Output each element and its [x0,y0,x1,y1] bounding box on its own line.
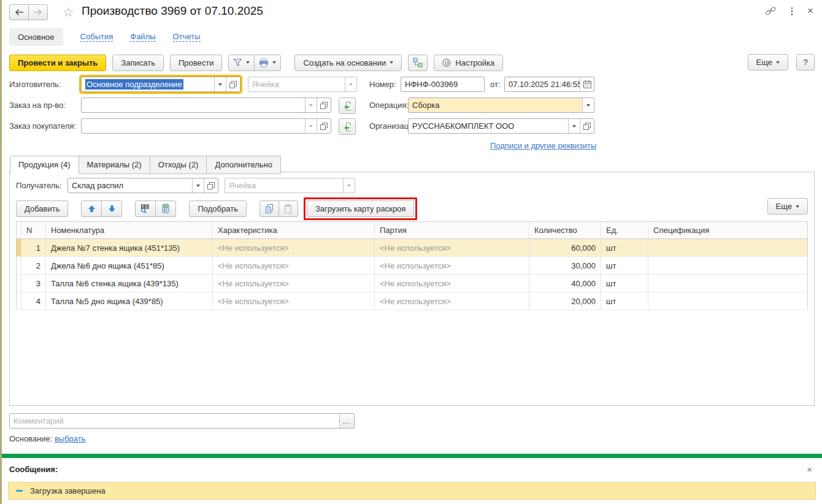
help-button[interactable]: ? [796,54,815,71]
cell-unit[interactable]: шт [601,239,648,257]
col-batch[interactable]: Партия [375,222,529,239]
tab-events[interactable]: События [80,32,113,42]
cell-qty[interactable]: 20,000 [529,292,601,310]
fill-from-production-order-button[interactable] [339,97,356,114]
cell-characteristic[interactable]: <Не используется> [213,292,375,310]
fill-from-customer-order-button[interactable] [339,118,356,135]
production-order-open-icon[interactable] [317,98,331,112]
manufacturer-cell-combo[interactable]: Ячейка [248,77,357,92]
link-icon[interactable] [765,6,777,16]
operation-dropdown-icon[interactable] [582,98,594,112]
table-row[interactable]: 2 Джела №6 дно ящика (451*85) <Не исполь… [17,257,808,275]
production-order-combo[interactable] [81,97,331,113]
favorite-star-icon[interactable]: ☆ [63,5,74,20]
cell-characteristic[interactable]: <Не используется> [213,239,375,257]
table-row[interactable]: 4 Талла №5 дно ящика (439*85) <Не исполь… [17,292,808,310]
customer-order-dropdown-icon[interactable] [305,119,317,133]
table-row[interactable]: 3 Талла №6 стенка ящика (439*135) <Не ис… [17,275,808,292]
cell-batch[interactable]: <Не используется> [375,257,529,275]
cell-characteristic[interactable]: <Не используется> [213,275,375,292]
cell-batch[interactable]: <Не используется> [375,239,529,257]
comment-expand-button[interactable]: ... [339,414,354,428]
filter-button[interactable] [228,55,255,71]
receiver-open-icon[interactable] [204,178,218,193]
pick-button[interactable]: Подобрать [189,200,246,217]
signatures-link[interactable]: Подписи и другие реквизиты [490,141,596,150]
data-terminal-button[interactable] [155,200,176,217]
receiver-dropdown-icon[interactable] [192,178,204,193]
col-qty[interactable]: Количество [529,222,601,239]
col-n[interactable]: N [21,222,46,239]
col-characteristic[interactable]: Характеристика [213,222,375,239]
settings-button[interactable]: Настройка [434,55,503,71]
barcode-scan-button[interactable] [135,200,156,217]
cell-qty[interactable]: 60,000 [529,239,601,257]
tab-materials[interactable]: Материалы (2) [79,156,150,174]
move-up-button[interactable] [81,200,102,217]
calendar-icon[interactable] [580,77,594,91]
customer-order-open-icon[interactable] [317,119,331,133]
related-documents-button[interactable] [408,55,428,71]
move-down-button[interactable] [101,200,122,217]
create-based-on-button[interactable]: Создать на основании [294,55,402,71]
receiver-cell-dropdown-icon[interactable] [343,178,355,193]
manufacturer-open-icon[interactable] [226,77,240,91]
cell-qty[interactable]: 30,000 [529,257,601,275]
cell-characteristic[interactable]: <Не используется> [213,257,375,275]
organization-dropdown-icon[interactable] [568,119,580,133]
customer-order-combo[interactable] [81,118,331,134]
tab-main[interactable]: Основное [9,28,63,46]
comment-input[interactable] [10,414,339,428]
col-spec[interactable]: Спецификация [648,222,808,239]
write-button[interactable]: Записать [112,55,164,71]
messages-close-icon[interactable]: × [807,464,812,475]
cell-qty[interactable]: 40,000 [529,275,601,292]
cell-nomenclature[interactable]: Талла №6 стенка ящика (439*135) [46,275,213,292]
add-row-button[interactable]: Добавить [16,200,68,217]
tab-files[interactable]: Файлы [130,32,155,42]
forward-button[interactable] [28,4,48,20]
date-input[interactable]: 07.10.2025 21:46:55 [504,77,594,92]
cell-spec[interactable] [648,239,808,257]
cell-nomenclature[interactable]: Джела №6 дно ящика (451*85) [46,257,213,275]
cell-unit[interactable]: шт [601,292,648,310]
tab-products[interactable]: Продукция (4) [10,156,79,174]
toolbar-more-button[interactable]: Еще [748,54,788,71]
table-row[interactable]: 1 Джела №7 стенка ящика (451*135) <Не ис… [17,239,808,257]
cell-spec[interactable] [648,275,808,292]
organization-combo[interactable]: РУССНАБКОМПЛЕКТ ООО [408,118,594,134]
receiver-combo[interactable]: Склад распил [67,178,218,193]
cell-dropdown-icon[interactable] [345,77,356,91]
tab-additional[interactable]: Дополнительно [207,156,281,174]
copy-rows-button[interactable] [259,200,279,217]
manufacturer-combo[interactable]: Основное подразделение [81,77,240,92]
more-menu-icon[interactable] [790,6,794,17]
basis-select-link[interactable]: выбрать [55,434,86,443]
paste-rows-button[interactable] [278,200,298,217]
operation-combo[interactable]: Сборка [408,97,594,113]
cell-unit[interactable]: шт [601,257,648,275]
production-order-dropdown-icon[interactable] [305,98,317,112]
cell-batch[interactable]: <Не используется> [375,292,529,310]
number-input[interactable]: НФНФ-003969 [401,77,485,92]
post-and-close-button[interactable]: Провести и закрыть [9,55,106,71]
products-more-button[interactable]: Еще [767,198,808,215]
tab-reports[interactable]: Отчеты [173,32,201,42]
close-window-icon[interactable]: × [807,7,813,15]
col-unit[interactable]: Ед. [601,222,648,239]
manufacturer-dropdown-icon[interactable] [214,77,226,91]
organization-open-icon[interactable] [580,119,594,133]
cell-unit[interactable]: шт [601,275,648,292]
receiver-cell-combo[interactable]: Ячейка [225,178,355,193]
tab-waste[interactable]: Отходы (2) [150,156,207,174]
load-cutting-map-button[interactable]: Загрузить карту раскроя [307,200,414,217]
col-nomenclature[interactable]: Номенклатура [46,222,213,239]
message-item[interactable]: Загрузка завершена [8,482,816,500]
cell-batch[interactable]: <Не используется> [375,275,529,292]
cell-nomenclature[interactable]: Джела №7 стенка ящика (451*135) [46,239,213,257]
print-button[interactable] [254,55,281,71]
cell-nomenclature[interactable]: Талла №5 дно ящика (439*85) [46,292,213,310]
cell-spec[interactable] [648,292,808,310]
post-button[interactable]: Провести [170,55,223,71]
cell-spec[interactable] [648,257,808,275]
